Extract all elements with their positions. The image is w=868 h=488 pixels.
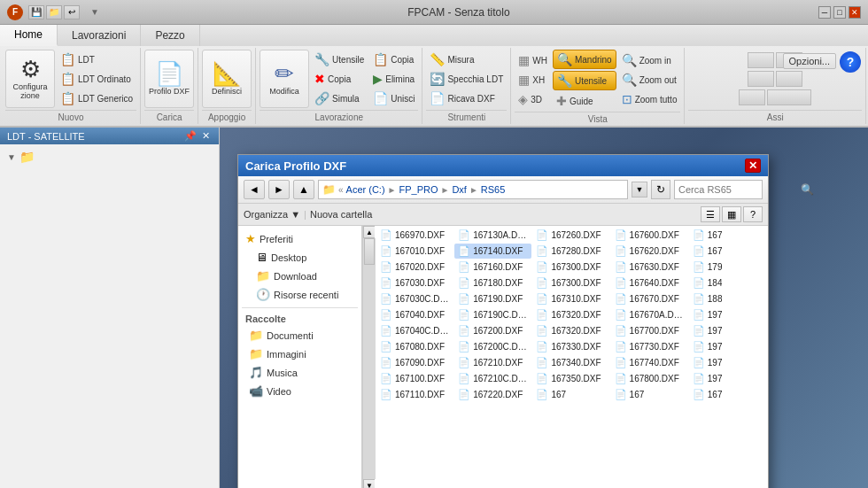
file-item[interactable]: 📄197 <box>689 371 766 386</box>
file-item[interactable]: 📄167260.DXF <box>532 228 609 243</box>
view-help-btn[interactable]: ? <box>743 206 763 222</box>
file-item[interactable]: 📄167200.DXF <box>454 323 531 338</box>
file-item[interactable]: 📄167210.DXF <box>454 355 531 370</box>
file-item[interactable]: 📄167040.DXF <box>376 307 453 322</box>
assi-ctrl-6[interactable] <box>767 89 811 105</box>
file-item[interactable]: 📄167300.DXF <box>532 275 609 290</box>
zoom-tutto-btn[interactable]: ⊡ Zoom tutto <box>618 90 681 108</box>
file-item[interactable]: 📄197 <box>689 323 766 338</box>
nuova-cartella-btn[interactable]: Nuova cartella <box>310 209 372 220</box>
specchia-btn[interactable]: 🔄 Specchia LDT <box>426 70 507 88</box>
profilo-dxf-btn[interactable]: 📄 Profilo DXF <box>144 50 194 108</box>
nav-up-btn[interactable]: ▲ <box>293 180 314 199</box>
assi-ctrl-4[interactable] <box>776 71 802 87</box>
breadcrumb-fp-pro[interactable]: FP_PRO <box>399 184 438 195</box>
minimize-btn[interactable]: ─ <box>818 6 831 19</box>
nav-forward-btn[interactable]: ► <box>268 180 290 199</box>
file-item[interactable]: 📄197 <box>689 307 766 322</box>
assi-ctrl-5[interactable] <box>739 89 765 105</box>
ricava-dxf-btn[interactable]: 📄 Unisci <box>369 89 418 107</box>
file-item[interactable]: 📄184 <box>689 275 766 290</box>
file-item[interactable]: 📄167670.DXF <box>611 291 688 306</box>
modifica-btn[interactable]: ✏ Modifica <box>260 50 309 108</box>
breadcrumb-rs65[interactable]: RS65 <box>481 184 506 195</box>
view-list-btn[interactable]: ☰ <box>701 206 720 222</box>
nav-back-btn[interactable]: ◄ <box>244 180 265 199</box>
scroll-up-btn[interactable]: ▲ <box>363 226 376 238</box>
file-item[interactable]: 📄167350.DXF <box>532 371 609 386</box>
tab-pezzo[interactable]: Pezzo <box>141 25 199 46</box>
file-item[interactable]: 📄167200C.DXF <box>454 339 531 354</box>
desktop-item[interactable]: 🖥 Desktop <box>242 248 358 267</box>
file-item[interactable]: 📄167030.DXF <box>376 275 453 290</box>
file-item[interactable]: 📄167600.DXF <box>611 228 688 243</box>
video-item[interactable]: 📹 Video <box>242 382 358 400</box>
file-item[interactable]: 📄167 <box>689 387 766 402</box>
file-item[interactable]: 📄167620.DXF <box>611 244 688 259</box>
mandrino-btn[interactable]: 🔍 Mandrino <box>553 50 616 69</box>
unisci-btn[interactable]: 🔗 Simula <box>311 89 368 107</box>
zoom-out-btn[interactable]: 🔍 Zoom out <box>618 71 681 89</box>
musica-item[interactable]: 🎵 Musica <box>242 363 358 382</box>
file-item[interactable]: 📄167190C.DXF <box>454 307 531 322</box>
file-item[interactable]: 📄167330.DXF <box>532 339 609 354</box>
wh-btn[interactable]: ▦ WH <box>515 51 551 69</box>
breadcrumb-drive[interactable]: Acer (C:) <box>346 184 385 195</box>
save-quick-btn[interactable]: 💾 <box>28 5 44 19</box>
file-item[interactable]: 📄167740.DXF <box>611 355 688 370</box>
open-quick-btn[interactable]: 📁 <box>46 5 62 19</box>
file-item[interactable]: 📄167040C.DXF <box>376 323 453 338</box>
scroll-thumb[interactable] <box>364 238 375 265</box>
ldt-btn[interactable]: 📋 LDT <box>57 50 136 68</box>
file-item[interactable]: 📄188 <box>689 291 766 306</box>
search-input[interactable] <box>678 184 801 195</box>
file-item[interactable]: 📄167020.DXF <box>376 259 453 275</box>
file-item[interactable]: 📄167090.DXF <box>376 355 453 370</box>
tab-home[interactable]: Home <box>0 25 58 46</box>
guide-btn[interactable]: ✚ Guide <box>553 92 616 110</box>
utensile-vista-btn[interactable]: 🔧 Utensile <box>553 71 616 90</box>
close-btn[interactable]: ✕ <box>849 6 861 19</box>
zoom-in-btn[interactable]: 🔍 Zoom in <box>618 51 681 69</box>
file-item[interactable]: 📄167 <box>689 228 766 243</box>
file-item[interactable]: 📄167080.DXF <box>376 339 453 354</box>
dialog-close-btn[interactable]: ✕ <box>745 159 761 173</box>
3d-btn[interactable]: ◈ 3D <box>515 90 551 108</box>
file-item[interactable]: 📄167320.DXF <box>532 323 609 338</box>
folder-dropdown-btn[interactable]: ▼ <box>632 182 647 198</box>
file-item[interactable]: 📄197 <box>689 355 766 370</box>
file-item[interactable]: 📄167180.DXF <box>454 275 531 290</box>
configurazione-btn[interactable]: ⚙ Configurazione <box>5 50 55 108</box>
file-item[interactable]: 📄166970.DXF <box>376 228 453 243</box>
tree-root[interactable]: ▼ 📁 <box>4 148 215 166</box>
options-btn[interactable]: Opzioni... <box>783 53 836 69</box>
file-item[interactable]: 📄167 <box>689 244 766 259</box>
definisci-btn[interactable]: 📐 Definisci <box>202 50 252 108</box>
file-item[interactable]: 📄167010.DXF <box>376 244 453 259</box>
tab-lavorazioni[interactable]: Lavorazioni <box>58 25 141 46</box>
help-btn[interactable]: ? <box>840 51 861 73</box>
risorse-recenti-item[interactable]: 🕐 Risorse recenti <box>242 285 358 304</box>
file-item[interactable]: 📄197 <box>689 339 766 354</box>
file-item[interactable]: 📄167320.DXF <box>532 307 609 322</box>
ldt-ordinato-btn[interactable]: 📋 LDT Ordinato <box>57 70 136 88</box>
file-item[interactable]: 📄167300.DXF <box>532 259 609 275</box>
refresh-btn[interactable]: ↻ <box>651 180 670 199</box>
file-item[interactable]: 📄167160.DXF <box>454 259 531 275</box>
file-item[interactable]: 📄179 <box>689 259 766 275</box>
breadcrumb-dxf[interactable]: Dxf <box>452 184 467 195</box>
file-item[interactable]: 📄167630.DXF <box>611 259 688 275</box>
xh-btn[interactable]: ▦ XH <box>515 71 551 89</box>
file-item[interactable]: 📄167030C.DXF <box>376 291 453 306</box>
scroll-down-btn[interactable]: ▼ <box>363 479 376 488</box>
file-item[interactable]: 📄167800.DXF <box>611 371 688 386</box>
view-grid-btn[interactable]: ▦ <box>722 206 741 222</box>
ldt-generico-btn[interactable]: 📋 LDT Generico <box>57 89 136 107</box>
file-item[interactable]: 📄167210C.DXF <box>454 371 531 386</box>
simula-btn[interactable]: ▶ Elimina <box>369 70 418 88</box>
immagini-item[interactable]: 📁 Immagini <box>242 345 358 363</box>
assi-ctrl-3[interactable] <box>748 71 774 87</box>
assi-ctrl-1[interactable] <box>748 52 774 68</box>
file-item[interactable]: 📄167280.DXF <box>532 244 609 259</box>
file-item[interactable]: 📄167100.DXF <box>376 371 453 386</box>
